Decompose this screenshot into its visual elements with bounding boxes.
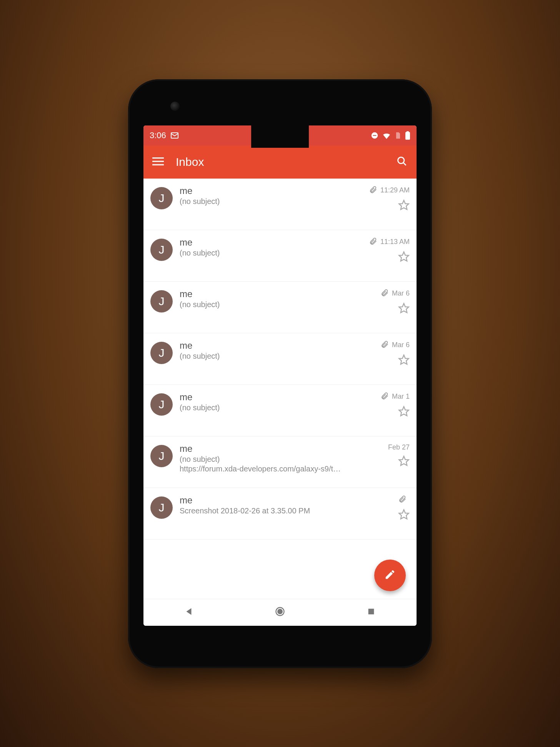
email-subject: (no subject) <box>180 249 360 257</box>
svg-line-9 <box>403 162 406 165</box>
sender-avatar[interactable]: J <box>150 187 173 209</box>
email-row[interactable]: J me (no subject) Mar 6 <box>143 333 417 385</box>
no-sim-icon <box>394 131 402 140</box>
email-subject: (no subject) <box>180 403 360 412</box>
email-time: Mar 6 <box>392 341 410 349</box>
search-icon <box>397 156 407 168</box>
status-left: 3:06 <box>150 130 179 140</box>
sender-avatar[interactable]: J <box>150 496 173 519</box>
email-time: Feb 27 <box>388 443 410 451</box>
svg-marker-14 <box>399 406 409 416</box>
sender-name: me <box>180 237 360 248</box>
email-meta: Mar 1 <box>367 392 410 431</box>
attachment-icon <box>380 340 389 350</box>
svg-marker-12 <box>399 303 409 313</box>
attachment-icon <box>369 237 377 247</box>
email-row[interactable]: J me (no subject) Mar 6 <box>143 282 417 333</box>
star-button[interactable] <box>398 302 410 316</box>
sender-avatar[interactable]: J <box>150 290 173 313</box>
email-row[interactable]: J me (no subject) https://forum.xda-deve… <box>143 436 417 488</box>
svg-rect-5 <box>152 157 164 159</box>
sender-avatar[interactable]: J <box>150 445 173 467</box>
status-clock: 3:06 <box>150 130 166 140</box>
wifi-icon <box>382 131 391 140</box>
sender-avatar[interactable]: J <box>150 342 173 364</box>
battery-icon <box>405 131 410 140</box>
email-subject: (no subject) <box>180 455 360 464</box>
email-meta: Mar 6 <box>367 289 410 328</box>
email-body: me (no subject) <box>180 237 360 276</box>
email-time: 11:13 AM <box>380 238 410 246</box>
email-row[interactable]: J me Screenshot 2018-02-26 at 3.35.00 PM <box>143 488 417 540</box>
back-button[interactable] <box>182 606 195 619</box>
do-not-disturb-icon <box>370 131 379 140</box>
email-subject: Screenshot 2018-02-26 at 3.35.00 PM <box>180 506 360 515</box>
svg-marker-11 <box>399 252 409 261</box>
attachment-icon <box>369 185 377 196</box>
status-right <box>370 131 410 140</box>
email-meta <box>367 495 410 534</box>
triangle-back-icon <box>184 607 194 618</box>
star-button[interactable] <box>398 455 410 468</box>
email-body: me (no subject) https://forum.xda-develo… <box>180 443 360 482</box>
svg-marker-16 <box>399 510 409 519</box>
svg-marker-13 <box>399 355 409 364</box>
hamburger-icon <box>152 155 164 169</box>
email-time: Mar 6 <box>392 289 410 297</box>
email-meta: Mar 6 <box>367 340 410 379</box>
menu-button[interactable] <box>150 154 166 170</box>
svg-point-18 <box>278 609 282 614</box>
email-row[interactable]: J me (no subject) Mar 1 <box>143 385 417 436</box>
svg-rect-6 <box>152 160 164 162</box>
email-row[interactable]: J me (no subject) 11:29 AM <box>143 179 417 230</box>
email-subject: (no subject) <box>180 197 360 206</box>
email-snippet: https://forum.xda-developers.com/galaxy-… <box>180 465 360 473</box>
email-body: me Screenshot 2018-02-26 at 3.35.00 PM <box>180 495 360 534</box>
svg-rect-19 <box>368 609 374 615</box>
sender-name: me <box>180 185 360 197</box>
star-button[interactable] <box>398 406 410 419</box>
sender-name: me <box>180 443 360 455</box>
app-bar: Inbox <box>143 145 417 179</box>
svg-marker-10 <box>399 200 409 209</box>
display-notch <box>251 125 309 148</box>
svg-rect-2 <box>373 135 376 136</box>
sender-avatar[interactable]: J <box>150 393 173 416</box>
star-button[interactable] <box>398 354 410 367</box>
search-button[interactable] <box>394 154 410 170</box>
screen: 3:06 <box>143 125 417 626</box>
attachment-icon <box>398 495 407 505</box>
email-list[interactable]: J me (no subject) 11:29 AM J me (no subj… <box>143 179 417 599</box>
svg-rect-7 <box>152 164 164 165</box>
page-title: Inbox <box>176 155 384 169</box>
email-meta: 11:13 AM <box>367 237 410 276</box>
star-button[interactable] <box>398 199 410 212</box>
star-button[interactable] <box>398 251 410 264</box>
gmail-status-icon <box>170 131 179 140</box>
sender-name: me <box>180 392 360 403</box>
email-subject: (no subject) <box>180 300 360 309</box>
svg-point-8 <box>398 157 404 163</box>
attachment-icon <box>380 289 389 299</box>
email-meta: Feb 27 <box>367 443 410 482</box>
square-recents-icon <box>367 607 375 617</box>
recents-button[interactable] <box>365 606 378 619</box>
svg-marker-15 <box>399 456 409 465</box>
home-button[interactable] <box>273 606 287 619</box>
email-time: Mar 1 <box>392 393 410 401</box>
pencil-icon <box>384 569 396 582</box>
compose-button[interactable] <box>374 560 406 591</box>
phone-frame: 3:06 <box>128 79 432 668</box>
sender-name: me <box>180 289 360 300</box>
sender-avatar[interactable]: J <box>150 239 173 261</box>
circle-home-icon <box>275 606 285 618</box>
email-time: 11:29 AM <box>380 186 410 194</box>
attachment-icon <box>380 392 389 402</box>
email-subject: (no subject) <box>180 352 360 361</box>
star-button[interactable] <box>398 509 410 522</box>
email-meta: 11:29 AM <box>367 185 410 224</box>
sender-name: me <box>180 495 360 506</box>
sender-name: me <box>180 340 360 351</box>
svg-rect-3 <box>405 132 410 140</box>
email-row[interactable]: J me (no subject) 11:13 AM <box>143 230 417 282</box>
